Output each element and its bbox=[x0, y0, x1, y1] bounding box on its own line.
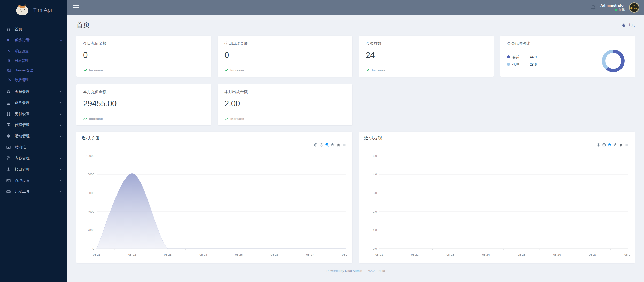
log-file-icon bbox=[7, 59, 11, 63]
chevron-left-icon bbox=[60, 124, 62, 126]
sidebar-item-api[interactable]: 接口管理 bbox=[0, 164, 67, 175]
sidebar-subitem-label: 系统设置 bbox=[15, 49, 29, 54]
sidebar-toggle-button[interactable] bbox=[71, 2, 81, 13]
menu-icon[interactable] bbox=[625, 143, 629, 147]
member-agent-donut-chart bbox=[602, 50, 625, 72]
sidebar-subitem-banner-management[interactable]: Banner管理 bbox=[0, 66, 67, 75]
stat-title: 今日出款金额 bbox=[224, 41, 346, 46]
sidebar-item-members[interactable]: 会员管理 bbox=[0, 86, 67, 97]
svg-text:08-23: 08-23 bbox=[164, 253, 172, 256]
user-name: Administrator bbox=[600, 3, 625, 8]
legend-row-agents: 代理 28.6 bbox=[507, 62, 537, 67]
reset-zoom-icon[interactable] bbox=[619, 143, 623, 147]
dashboard-icon bbox=[622, 23, 626, 27]
sidebar-item-admin-settings[interactable]: 管理设置 bbox=[0, 175, 67, 186]
stat-footer-label: Increase bbox=[230, 117, 244, 121]
trend-up-icon bbox=[366, 69, 370, 72]
sidebar-item-finance[interactable]: 财务管理 bbox=[0, 97, 67, 108]
svg-text:8000: 8000 bbox=[88, 173, 94, 176]
sidebar-item-system-settings[interactable]: 系统设置 bbox=[0, 35, 67, 46]
sidebar: TimiApi 首页 系统设置 系统设置 日志管理 Banner管理 bbox=[0, 0, 67, 282]
chart-title: 近7天充值 bbox=[82, 136, 347, 141]
stat-title: 本月出款金额 bbox=[224, 90, 346, 94]
svg-text:08-24: 08-24 bbox=[482, 253, 490, 256]
recharge-7d-chart-card: 近7天充值 100008000600040002000008-2108-2208… bbox=[76, 132, 352, 263]
stat-value: 0 bbox=[224, 51, 346, 60]
svg-text:08-27: 08-27 bbox=[589, 253, 596, 256]
sidebar-subitem-log-management[interactable]: 日志管理 bbox=[0, 56, 67, 66]
sidebar-item-label: 站内信 bbox=[15, 145, 26, 150]
breadcrumb[interactable]: 主页 bbox=[622, 23, 635, 27]
copy-icon bbox=[6, 156, 11, 161]
sidebar-subitem-label: Banner管理 bbox=[15, 68, 33, 73]
chart-title: 近7天提现 bbox=[364, 136, 630, 141]
chart-toolbar bbox=[596, 143, 629, 147]
crown-icon: ♛ bbox=[633, 5, 635, 7]
sidebar-item-label: 接口管理 bbox=[15, 167, 30, 172]
database-icon bbox=[6, 101, 11, 105]
sidebar-item-content[interactable]: 内容管理 bbox=[0, 153, 67, 164]
menu-icon[interactable] bbox=[342, 143, 346, 147]
svg-text:4000: 4000 bbox=[88, 210, 94, 213]
donut-legend: 会员 44.9 代理 28.6 bbox=[507, 55, 537, 67]
legend-value: 28.6 bbox=[530, 62, 537, 66]
zoom-out-icon[interactable] bbox=[602, 143, 606, 147]
stat-footer-label: Increase bbox=[372, 68, 385, 72]
reset-zoom-icon[interactable] bbox=[337, 143, 340, 147]
breadcrumb-label: 主页 bbox=[628, 23, 635, 27]
chart-toolbar bbox=[314, 143, 346, 147]
id-card-icon bbox=[6, 178, 11, 183]
chevron-left-icon bbox=[60, 113, 62, 115]
zoom-in-icon[interactable] bbox=[596, 143, 600, 147]
svg-text:1.0: 1.0 bbox=[373, 229, 377, 232]
stat-title: 今日充值金额 bbox=[83, 41, 204, 46]
sidebar-item-label: 系统设置 bbox=[15, 38, 30, 43]
gears-icon bbox=[6, 38, 11, 43]
panning-icon[interactable] bbox=[331, 143, 335, 147]
brand-logo[interactable]: TimiApi bbox=[0, 0, 67, 20]
legend-label: 代理 bbox=[512, 62, 530, 67]
page-title: 首页 bbox=[76, 20, 90, 29]
sidebar-item-agents[interactable]: 代理管理 bbox=[0, 119, 67, 131]
stat-footer-label: Increase bbox=[89, 117, 103, 121]
footer: Powered by Dcat Admin · v2.2.2-beta bbox=[76, 269, 635, 277]
sidebar-item-dev-tools[interactable]: 开发工具 bbox=[0, 186, 67, 197]
footer-dcat-admin-link[interactable]: Dcat Admin bbox=[345, 269, 362, 273]
stat-card-today-withdraw: 今日出款金额 0 Increase bbox=[218, 36, 352, 77]
stat-title: 本月充值金额 bbox=[83, 90, 204, 94]
selection-zoom-icon[interactable] bbox=[325, 143, 329, 147]
svg-text:5.0: 5.0 bbox=[373, 154, 377, 157]
sidebar-item-messages[interactable]: 站内信 bbox=[0, 142, 67, 153]
sidebar-subitem-system-settings[interactable]: 系统设置 bbox=[0, 46, 67, 56]
stat-footer-label: Increase bbox=[89, 68, 103, 72]
chevron-left-icon bbox=[60, 190, 62, 192]
user-menu[interactable]: Administrator 在线 bbox=[600, 3, 625, 12]
stat-value: 29455.00 bbox=[83, 99, 204, 108]
sidebar-item-activities[interactable]: 活动管理 bbox=[0, 131, 67, 142]
chevron-left-icon bbox=[60, 135, 62, 137]
chevron-left-icon bbox=[60, 168, 62, 170]
chevron-left-icon bbox=[60, 157, 62, 159]
svg-text:08-25: 08-25 bbox=[235, 253, 243, 256]
sidebar-item-home[interactable]: 首页 bbox=[0, 24, 67, 35]
stat-card-month-recharge: 本月充值金额 29455.00 Increase bbox=[76, 84, 211, 125]
svg-text:08-28: 08-28 bbox=[342, 253, 347, 256]
sidebar-item-payment[interactable]: 支付设置 bbox=[0, 108, 67, 119]
avatar[interactable]: ♛ PLAY bbox=[629, 2, 639, 13]
svg-text:4.0: 4.0 bbox=[373, 173, 377, 176]
panning-icon[interactable] bbox=[614, 143, 617, 147]
topbar: Administrator 在线 ♛ PLAY bbox=[67, 0, 644, 15]
sidebar-subitem-data-cleanup[interactable]: 数据清理 bbox=[0, 75, 67, 85]
zoom-out-icon[interactable] bbox=[320, 143, 323, 147]
sidebar-nav: 首页 系统设置 系统设置 日志管理 Banner管理 数据清理 bbox=[0, 20, 67, 197]
keyboard-icon bbox=[6, 189, 11, 194]
chevron-down-icon bbox=[60, 39, 62, 41]
online-status-dot bbox=[615, 9, 617, 11]
notifications-bell-icon[interactable] bbox=[591, 5, 596, 10]
zoom-in-icon[interactable] bbox=[314, 143, 318, 147]
sidebar-subitem-label: 日志管理 bbox=[15, 59, 29, 63]
withdraw-7d-chart-card: 近7天提现 5.04.03.02.01.00.008-2108-2208-230… bbox=[359, 132, 635, 263]
envelope-icon bbox=[6, 145, 11, 150]
stat-title: 会员总数 bbox=[366, 41, 487, 46]
selection-zoom-icon[interactable] bbox=[608, 143, 612, 147]
